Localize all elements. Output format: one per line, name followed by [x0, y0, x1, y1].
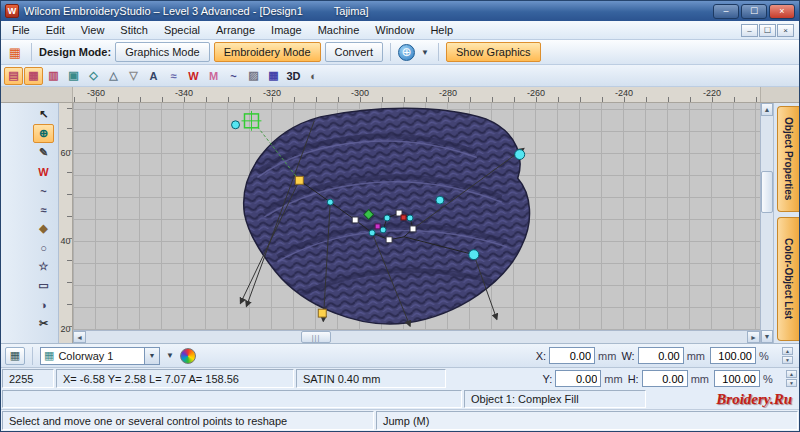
design-artwork[interactable]	[73, 103, 760, 330]
horizontal-scroll-track[interactable]: |||	[86, 331, 747, 343]
menu-item[interactable]: View	[73, 22, 113, 38]
menu-item[interactable]: Stitch	[112, 22, 156, 38]
x-input[interactable]	[549, 347, 595, 364]
ruler-label: -360	[73, 88, 140, 98]
star-tool[interactable]: ☆	[33, 257, 54, 276]
scissors-tool[interactable]: ✂	[33, 314, 54, 333]
stitch-toolbar-icon[interactable]: ▦	[6, 43, 24, 61]
show-grid-icon[interactable]: ▦	[264, 67, 283, 85]
palette-editor-button[interactable]: ▦	[5, 347, 25, 365]
fill-tool[interactable]: ◆	[33, 219, 54, 238]
menu-item[interactable]: Arrange	[208, 22, 263, 38]
separator	[438, 43, 439, 61]
menu-item[interactable]: Machine	[310, 22, 368, 38]
application-window: W Wilcom EmbroideryStudio – Level 3 Adva…	[0, 0, 800, 432]
colorway-select[interactable]: ▦ Colorway 1 ▼	[40, 347, 160, 365]
spin-up-icon[interactable]: ▲	[786, 370, 797, 378]
globe-dropdown-arrow-icon[interactable]: ▼	[419, 48, 431, 57]
scroll-left-icon[interactable]: ◄	[73, 331, 86, 343]
menu-item[interactable]: File	[4, 22, 38, 38]
horizontal-scrollbar[interactable]: ◄ ||| ►	[73, 330, 760, 343]
colorway-swatch-icon: ▦	[44, 349, 54, 362]
window-controls: – ☐ ×	[713, 4, 795, 19]
scale-y-unit: %	[763, 373, 781, 385]
colorway-menu-arrow-icon[interactable]: ▼	[164, 351, 176, 360]
horizontal-scroll-thumb[interactable]: |||	[301, 331, 331, 343]
run-stitch-tool[interactable]: ~	[33, 181, 54, 200]
scale-y-input[interactable]	[714, 370, 760, 387]
maximize-button[interactable]: ☐	[741, 4, 767, 19]
x-unit: mm	[598, 350, 616, 362]
ruler-row: -360-340-320-300-280-260-240-220	[1, 87, 799, 103]
vertical-ruler: 604020	[59, 103, 73, 343]
minimize-button[interactable]: –	[713, 4, 739, 19]
y-unit: mm	[604, 373, 622, 385]
menu-item[interactable]: Edit	[38, 22, 73, 38]
pattern-dense-icon[interactable]: ▥	[44, 67, 63, 85]
colorway-dropdown-arrow-icon[interactable]: ▼	[144, 348, 159, 364]
graphics-mode-button[interactable]: Graphics Mode	[115, 42, 210, 62]
ruler-cap	[760, 87, 799, 102]
node-edit-icon[interactable]: ▣	[64, 67, 83, 85]
spin-up-icon[interactable]: ▲	[782, 347, 793, 355]
spin-down-icon[interactable]: ▼	[786, 379, 797, 387]
scroll-down-icon[interactable]: ▼	[761, 330, 773, 343]
menu-item[interactable]: Window	[367, 22, 422, 38]
mdi-restore-button[interactable]: ☐	[759, 24, 776, 37]
mdi-minimize-button[interactable]: –	[741, 24, 758, 37]
scroll-up-icon[interactable]: ▲	[761, 103, 773, 116]
app-icon: W	[5, 4, 19, 18]
vertical-scrollbar[interactable]: ▲ ▼	[760, 103, 773, 343]
menu-item[interactable]: Help	[422, 22, 461, 38]
pattern-grid-icon[interactable]: ▦	[24, 67, 43, 85]
select-tool[interactable]: ↖	[33, 105, 54, 124]
size-fields: Y: mm H: mm % ▲ ▼	[541, 368, 799, 389]
scroll-right-icon[interactable]: ►	[747, 331, 760, 343]
color-wheel-icon[interactable]	[180, 348, 196, 364]
wave-run-icon[interactable]: ~	[224, 67, 243, 85]
position-fields: X: mm W: mm % ▲ ▼	[534, 347, 795, 364]
contrast-view-icon[interactable]: ◐	[304, 67, 323, 85]
machine-function-status: Jump (M)	[376, 411, 798, 430]
menu-item[interactable]: Special	[156, 22, 208, 38]
spin-down-icon[interactable]: ▼	[782, 356, 793, 364]
show-graphics-button[interactable]: Show Graphics	[446, 42, 541, 62]
w-input[interactable]	[638, 347, 684, 364]
convert-button[interactable]: Convert	[325, 42, 384, 62]
design-canvas[interactable]	[73, 103, 760, 330]
polygon-icon[interactable]: ◇	[84, 67, 103, 85]
vertical-scroll-track[interactable]	[761, 116, 773, 330]
lettering-tool[interactable]: W	[33, 162, 54, 181]
envelope-icon[interactable]: ≈	[164, 67, 183, 85]
digitize-pen-tool[interactable]: ✎	[33, 143, 54, 162]
mirror-tool[interactable]: ◑	[33, 295, 54, 314]
close-button[interactable]: ×	[769, 4, 795, 19]
monogram-icon[interactable]: M	[204, 67, 223, 85]
lettering-baseline-icon[interactable]: A	[144, 67, 163, 85]
status-row: 2255 X= -6.58 Y= 2.58 L= 7.07 A= 158.56 …	[1, 367, 799, 389]
h-unit: mm	[691, 373, 709, 385]
rectangle-tool[interactable]: ▭	[33, 276, 54, 295]
h-label: H:	[628, 373, 639, 385]
titlebar: W Wilcom EmbroideryStudio – Level 3 Adva…	[1, 1, 799, 21]
hoop-globe-icon[interactable]: ⊕	[398, 44, 415, 61]
circle-tool[interactable]: ○	[33, 238, 54, 257]
design-mode-label: Design Mode:	[39, 46, 111, 58]
stitch-list-icon[interactable]: ▤	[4, 67, 23, 85]
menu-item[interactable]: Image	[263, 22, 310, 38]
reshape-tool[interactable]: ⊕	[33, 124, 54, 143]
texture-icon[interactable]: ▨	[244, 67, 263, 85]
vertical-scroll-thumb[interactable]	[761, 171, 773, 213]
window-title: Wilcom EmbroideryStudio – Level 3 Advanc…	[24, 5, 303, 17]
satin-stitch-tool[interactable]: ≈	[33, 200, 54, 219]
wilcom-w-icon[interactable]: W	[184, 67, 203, 85]
slant-icon[interactable]: △	[104, 67, 123, 85]
mdi-close-button[interactable]: ×	[777, 24, 794, 37]
view-3d-icon[interactable]: 3D	[284, 67, 303, 85]
embroidery-mode-button[interactable]: Embroidery Mode	[214, 42, 321, 62]
scale-x-input[interactable]	[710, 347, 756, 364]
y-input[interactable]	[555, 370, 601, 387]
h-input[interactable]	[642, 370, 688, 387]
window-title-format: Tajima]	[334, 5, 369, 17]
warp-triangle-icon[interactable]: ▽	[124, 67, 143, 85]
